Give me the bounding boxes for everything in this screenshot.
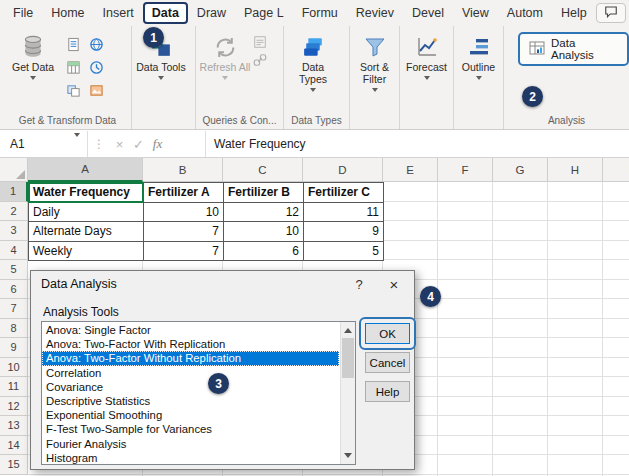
analysis-tool-option[interactable]: F-Test Two-Sample for Variances [42,422,339,436]
from-picture-button[interactable] [85,79,108,102]
row-header-9[interactable]: 9 [0,338,28,358]
row-header-10[interactable]: 10 [0,358,28,378]
tab-insert[interactable]: Insert [94,2,143,24]
outline-button[interactable]: Outline [457,28,500,83]
scroll-down-icon[interactable] [341,449,355,464]
column-header-D[interactable]: D [303,158,383,182]
dialog-title: Data Analysis [41,277,117,291]
scrollbar-thumb[interactable] [342,338,354,378]
from-text-csv-button[interactable] [62,33,85,56]
callout-badge-3: 3 [208,373,229,394]
refresh-all-button[interactable]: Refresh All [199,28,251,83]
cell[interactable]: 10 [144,203,224,223]
cell[interactable]: Weekly [29,242,144,262]
cell[interactable]: 9 [304,222,384,242]
tab-help[interactable]: Help [552,2,596,24]
row-header-15[interactable]: 15 [0,455,28,475]
column-header-B[interactable]: B [143,158,223,182]
column-header-F[interactable]: F [438,158,493,182]
listbox-scrollbar[interactable] [340,322,355,464]
group-queries-connections: Refresh All Queries & Con... [196,26,284,129]
row-header-4[interactable]: 4 [0,241,28,261]
cell[interactable]: 12 [224,203,304,223]
analysis-tool-option[interactable]: Correlation [42,366,339,380]
formula-input[interactable]: Water Frequency [214,137,306,151]
data-analysis-button[interactable]: Data Analysis [518,32,629,66]
tab-formu[interactable]: Formu [293,2,347,24]
tab-view[interactable]: View [453,2,498,24]
tab-reviev[interactable]: Reviev [347,2,403,24]
cell[interactable]: Fertilizer A [144,183,224,203]
help-button[interactable]: Help [365,381,410,402]
dialog-help-button[interactable]: ? [344,271,374,297]
dialog-title-bar[interactable]: Data Analysis ? × [31,271,414,297]
dialog-close-icon[interactable]: × [374,271,414,297]
cell[interactable]: 6 [224,242,304,262]
tab-draw[interactable]: Draw [188,2,235,24]
tab-data[interactable]: Data [143,2,188,24]
existing-connections-button[interactable] [62,79,85,102]
analysis-tool-option[interactable]: Descriptive Statistics [42,394,339,408]
row-header-2[interactable]: 2 [0,202,28,222]
row-header-14[interactable]: 14 [0,436,28,456]
row-header-13[interactable]: 13 [0,416,28,436]
analysis-tool-option[interactable]: Fourier Analysis [42,437,339,451]
tab-page-l[interactable]: Page L [235,2,293,24]
name-box-chevron-icon[interactable] [74,137,80,151]
analysis-tool-option[interactable]: Anova: Two-Factor With Replication [42,337,339,351]
row-header-5[interactable]: 5 [0,260,28,280]
column-header-C[interactable]: C [223,158,303,182]
cell[interactable]: 7 [144,242,224,262]
forecast-button[interactable]: Forecast [403,28,450,83]
data-types-button[interactable]: Data Types [287,28,339,95]
scroll-up-icon[interactable] [341,322,355,337]
cancel-entry-icon[interactable]: × [110,137,129,152]
cell[interactable]: 5 [304,242,384,262]
row-header-7[interactable]: 7 [0,299,28,319]
comments-button[interactable] [596,3,626,23]
get-data-button[interactable]: Get Data [7,28,59,83]
tab-autom[interactable]: Autom [498,2,552,24]
confirm-entry-icon[interactable]: ✓ [129,137,148,152]
tab-file[interactable]: File [4,2,42,24]
properties-button[interactable] [253,35,267,49]
insert-function-icon[interactable]: fx [148,136,167,152]
grid-vline [437,182,438,476]
name-box[interactable]: A1 [0,131,88,157]
column-header-G[interactable]: G [493,158,548,182]
analysis-tool-option[interactable]: Covariance [42,380,339,394]
analysis-tool-option[interactable]: Exponential Smoothing [42,408,339,422]
row-header-11[interactable]: 11 [0,377,28,397]
row-header-12[interactable]: 12 [0,397,28,417]
column-header-H[interactable]: H [548,158,603,182]
cell[interactable]: 10 [224,222,304,242]
analysis-tool-option[interactable]: Anova: Two-Factor Without Replication [42,351,339,365]
formula-bar-handle-icon[interactable]: ⋮ [88,137,110,151]
from-table-range-button[interactable] [62,56,85,79]
row-header-8[interactable]: 8 [0,319,28,339]
cell[interactable]: Fertilizer B [224,183,304,203]
column-header-A[interactable]: A [28,158,143,182]
tab-home[interactable]: Home [42,2,93,24]
tab-devel[interactable]: Devel [403,2,453,24]
analysis-tool-option[interactable]: Anova: Single Factor [42,323,339,337]
cell[interactable]: Fertilizer C [304,183,384,203]
from-web-button[interactable] [85,33,108,56]
row-header-6[interactable]: 6 [0,280,28,300]
recent-sources-button[interactable] [85,56,108,79]
cancel-button[interactable]: Cancel [365,352,410,373]
cell[interactable]: 7 [144,222,224,242]
cell[interactable]: Alternate Days [29,222,144,242]
group-outline: Outline [454,26,504,129]
ok-button[interactable]: OK [365,323,410,344]
analysis-tool-option[interactable]: Histogram [42,451,339,465]
sort-filter-button[interactable]: Sort & Filter [353,28,396,95]
cell[interactable]: Daily [29,203,144,223]
column-header-E[interactable]: E [383,158,438,182]
cell[interactable]: 11 [304,203,384,223]
row-header-3[interactable]: 3 [0,221,28,241]
column-header-I[interactable]: I [603,158,629,182]
edit-links-button[interactable] [253,53,267,67]
select-all-corner[interactable] [0,158,28,182]
row-header-1[interactable]: 1 [0,182,28,202]
